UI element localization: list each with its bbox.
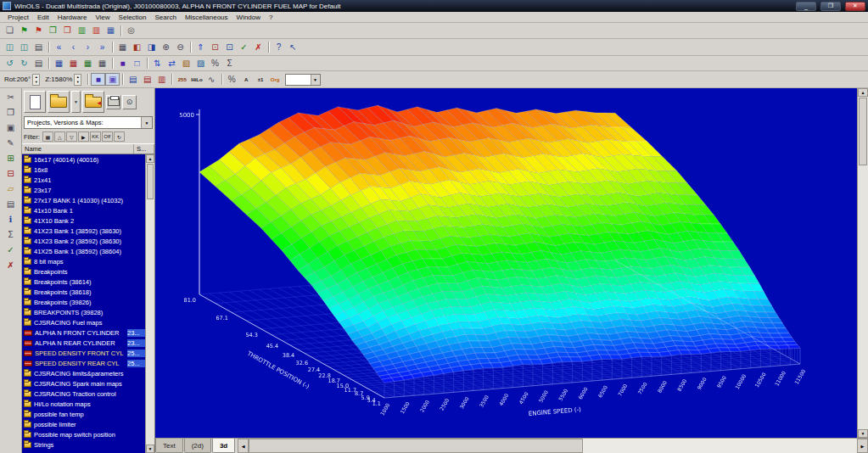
- checkered-flag-green-icon[interactable]: ⚑: [17, 25, 31, 37]
- menu-search[interactable]: Search: [151, 13, 181, 22]
- cell-pattern-icon[interactable]: ▨: [193, 57, 208, 70]
- map-vertical-scrollbar[interactable]: ▲ ▼: [857, 88, 868, 438]
- tree-item-0[interactable]: 16x17 (40014) (40016): [22, 154, 145, 165]
- filter-grid-button[interactable]: ▦: [42, 131, 53, 142]
- filter-kk-button[interactable]: KK: [90, 131, 101, 142]
- table-normal-icon[interactable]: ▤: [126, 73, 140, 86]
- tree-item-20[interactable]: SPEED DENSITY REAR CYL25...: [22, 358, 145, 368]
- checkered-flag-red-icon[interactable]: ⚑: [31, 25, 46, 37]
- tree-item-21[interactable]: CJSRACING limits&parameters: [22, 368, 145, 378]
- cut-icon[interactable]: ✂: [3, 91, 19, 104]
- zoom-in-icon[interactable]: ⊕: [159, 41, 173, 53]
- edit-properties-icon[interactable]: ✎: [3, 137, 19, 150]
- tree-item-14[interactable]: Breakpoints (39826): [22, 297, 145, 307]
- scroll-down-icon[interactable]: ▼: [858, 429, 868, 438]
- menu-miscellaneous[interactable]: Miscellaneous: [181, 13, 232, 22]
- download-ecu-icon[interactable]: ◫: [17, 41, 31, 53]
- search-maps-button[interactable]: ⊙: [122, 95, 137, 109]
- scroll-up-icon[interactable]: ▲: [146, 154, 154, 163]
- filter-up-button[interactable]: △: [54, 131, 65, 142]
- previous-difference-icon[interactable]: ‹: [66, 41, 81, 53]
- tree-item-11[interactable]: Breakpoints: [22, 266, 145, 277]
- menu-help[interactable]: ?: [265, 13, 277, 22]
- projects-dropdown[interactable]: Projects, Versions & Maps: ▼: [24, 116, 153, 129]
- tree-item-17[interactable]: ALPHA N FRONT CYLINDER23...: [22, 327, 145, 338]
- copy-icon[interactable]: ❐: [3, 106, 19, 120]
- menu-hardware[interactable]: Hardware: [53, 13, 92, 22]
- first-difference-icon[interactable]: «: [52, 41, 66, 53]
- tree-item-13[interactable]: Breakpoints (38618): [22, 287, 145, 297]
- view-3d-button[interactable]: ▣: [105, 73, 120, 86]
- sum-small-icon[interactable]: Σ: [3, 228, 19, 242]
- card-red-icon[interactable]: ▥: [89, 25, 104, 37]
- list-icon[interactable]: ▤: [3, 198, 19, 211]
- window-split-icon[interactable]: □: [130, 57, 144, 70]
- tree-item-28[interactable]: Strings: [22, 439, 145, 450]
- menu-view[interactable]: View: [91, 13, 114, 22]
- minimize-button[interactable]: _: [796, 2, 816, 11]
- tree-item-23[interactable]: CJSRACING Traction control: [22, 389, 145, 399]
- tree-item-9[interactable]: 41X25 Bank 1 (38592) (38604): [22, 246, 145, 256]
- book-green-icon[interactable]: ❒: [46, 25, 60, 37]
- grid-diff-icon[interactable]: ▦: [66, 57, 81, 70]
- context-help-icon[interactable]: ↖: [286, 41, 300, 53]
- add-map-icon[interactable]: ⊞: [3, 152, 19, 165]
- upload-ecu-icon[interactable]: ◫: [3, 41, 17, 53]
- original-mode-button[interactable]: Org: [268, 73, 283, 86]
- insert-map-icon[interactable]: ⇑: [193, 41, 208, 53]
- tab-2d[interactable]: (2d): [184, 439, 211, 453]
- folder-icon[interactable]: ▱: [3, 182, 19, 196]
- check-small-icon[interactable]: ✓: [3, 243, 19, 257]
- map-vscroll-thumb[interactable]: [859, 98, 867, 165]
- map-hscroll-thumb[interactable]: [249, 439, 583, 453]
- tree-item-3[interactable]: 23x17: [22, 185, 145, 195]
- insert-row-icon[interactable]: ⇅: [150, 57, 165, 70]
- cross-small-icon[interactable]: ✗: [3, 259, 19, 272]
- map-horizontal-scrollbar[interactable]: ◀ ▶: [238, 439, 868, 453]
- zoom-out-icon[interactable]: ⊖: [173, 41, 188, 53]
- new-version-button[interactable]: [24, 91, 46, 113]
- tree-item-7[interactable]: 41X23 Bank 1 (38592) (38630): [22, 226, 145, 236]
- eprom-chip-icon[interactable]: ▦: [104, 25, 118, 37]
- view-2d-button[interactable]: ■: [91, 73, 105, 86]
- grid-view-icon[interactable]: ▦: [52, 57, 66, 70]
- hilo-button[interactable]: HiLo: [189, 73, 204, 86]
- column-header-size[interactable]: S...: [134, 144, 154, 154]
- map-selector-dropdown[interactable]: ▼: [285, 74, 321, 86]
- tree-item-10[interactable]: 8 bit maps: [22, 256, 145, 266]
- scroll-down-icon[interactable]: ▼: [146, 445, 154, 453]
- book-red-icon[interactable]: ❒: [60, 25, 75, 37]
- curve-button[interactable]: ∿: [204, 73, 219, 86]
- maximize-button[interactable]: ❐: [820, 2, 841, 11]
- next-map-icon[interactable]: ◨: [144, 41, 159, 53]
- open-project-button[interactable]: [48, 91, 70, 113]
- tree-item-5[interactable]: 41x10 Bank 1: [22, 205, 145, 215]
- tree-item-12[interactable]: Breakpoints (38614): [22, 277, 145, 287]
- print-list-button[interactable]: [106, 95, 120, 109]
- 3d-surface-view[interactable]: [155, 88, 857, 438]
- sync-icon[interactable]: ↺: [3, 57, 17, 70]
- tree-item-6[interactable]: 41X10 Bank 2: [22, 215, 145, 226]
- previous-map-icon[interactable]: ◧: [130, 41, 144, 53]
- new-project-icon[interactable]: ❏: [3, 25, 17, 37]
- refresh-icon[interactable]: ↻: [17, 57, 31, 70]
- sum-icon[interactable]: Σ: [222, 57, 237, 70]
- card-green-icon[interactable]: ▥: [75, 25, 89, 37]
- tab-text[interactable]: Text: [155, 439, 183, 453]
- reject-icon[interactable]: ✗: [251, 41, 266, 53]
- import-file-button[interactable]: [82, 91, 104, 113]
- paste-icon[interactable]: ▣: [3, 121, 19, 135]
- open-project-dropdown[interactable]: ▼: [71, 91, 81, 113]
- absolute-mode-button[interactable]: A: [239, 73, 254, 86]
- accept-icon[interactable]: ✓: [237, 41, 251, 53]
- tree-item-18[interactable]: ALPHA N REAR CYLINDER23...: [22, 338, 145, 348]
- tree-scrollbar[interactable]: ▲ ▼: [145, 154, 154, 453]
- chevron-down-icon[interactable]: ▼: [311, 75, 320, 85]
- tree-item-24[interactable]: Hi/Lo notation maps: [22, 399, 145, 409]
- menu-selection[interactable]: Selection: [115, 13, 151, 22]
- filter-refresh-button[interactable]: ↻: [114, 131, 125, 142]
- io-version-icon[interactable]: ⊡: [222, 41, 237, 53]
- tree-item-15[interactable]: BREAKPOINTS (39828): [22, 307, 145, 317]
- offset-mode-button[interactable]: ±1: [254, 73, 268, 86]
- filter-off-button[interactable]: Off: [102, 131, 113, 142]
